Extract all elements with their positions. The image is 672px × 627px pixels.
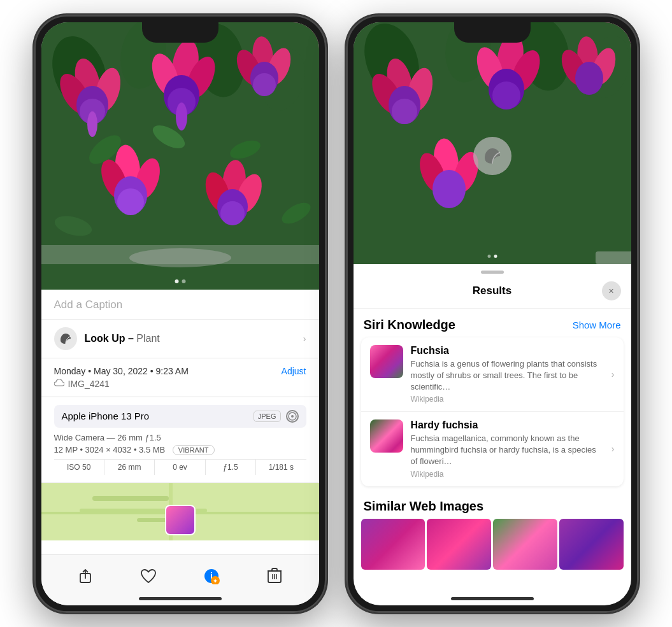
hardy-chevron: ›: [611, 444, 615, 454]
dot-4: [494, 255, 497, 258]
exif-iso: ISO 50: [54, 460, 104, 475]
caption-section[interactable]: Add a Caption: [41, 290, 319, 320]
svg-text:✦: ✦: [213, 578, 218, 584]
web-image-4[interactable]: [559, 519, 624, 570]
sheet-handle: [481, 271, 504, 274]
vibrant-badge: VIBRANT: [173, 445, 215, 455]
photo-display-2: [354, 22, 631, 264]
map-photo-thumbnail: [165, 505, 196, 535]
close-button[interactable]: ×: [602, 281, 621, 300]
exif-focal: 26 mm: [104, 460, 155, 475]
camera-details: Wide Camera — 26 mm ƒ1.5: [54, 433, 306, 442]
phone-1-screen: Add a Caption Look Up – Plant ›: [41, 22, 319, 605]
date-row: Monday • May 30, 2022 • 9:23 AM Adjust: [54, 366, 306, 376]
similar-title: Similar Web Images: [364, 499, 484, 513]
svg-point-62: [392, 99, 417, 124]
knowledge-item-hardy[interactable]: Hardy fuchsia Fuchsia magellanica, commo…: [361, 412, 624, 486]
notch-2: [454, 22, 531, 43]
svg-point-16: [176, 102, 187, 130]
device-name: Apple iPhone 13 Pro: [62, 411, 150, 421]
dot-1: [175, 279, 178, 283]
flower-image: [41, 22, 319, 290]
camera-options-icon[interactable]: [286, 410, 299, 423]
caption-placeholder[interactable]: Add a Caption: [54, 299, 123, 311]
lookup-label: Look Up – Plant: [85, 333, 160, 344]
svg-rect-76: [596, 251, 631, 264]
lookup-chevron: ›: [303, 334, 306, 344]
svg-point-10: [87, 111, 97, 137]
adjust-button[interactable]: Adjust: [282, 366, 306, 376]
svg-rect-42: [92, 496, 169, 501]
filename: IMG_4241: [68, 379, 110, 389]
lookup-icon: [54, 327, 77, 350]
dot-3: [487, 255, 490, 258]
fuchsia-content: Fuchsia Fuchsia is a genus of flowering …: [411, 345, 604, 404]
dot-2: [182, 279, 185, 283]
exif-aperture: ƒ1.5: [206, 460, 256, 475]
device-section: Apple iPhone 13 Pro JPEG Wide Camera — 2…: [41, 397, 319, 483]
web-images-row: [354, 519, 631, 570]
map-area[interactable]: [41, 483, 319, 540]
fuchsia-source: Wikipedia: [411, 395, 604, 404]
dot-indicator: [487, 255, 497, 258]
show-more-button[interactable]: Show More: [573, 320, 621, 330]
svg-point-31: [220, 201, 245, 225]
page-indicator: [175, 279, 185, 283]
knowledge-card: Fuchsia Fuchsia is a genus of flowering …: [361, 337, 624, 486]
svg-point-21: [253, 73, 276, 96]
svg-point-71: [575, 62, 603, 95]
svg-point-67: [492, 81, 520, 109]
results-sheet: Results × Siri Knowledge Show More Fuchs…: [354, 264, 631, 570]
format-badge: JPEG: [254, 411, 281, 422]
photo-display[interactable]: [41, 22, 319, 290]
home-indicator-2: [451, 597, 534, 600]
filename-row: IMG_4241: [54, 379, 306, 389]
favorite-button[interactable]: [134, 562, 162, 590]
location-icon: [287, 411, 297, 421]
svg-point-40: [291, 415, 294, 418]
phone-1: Add a Caption Look Up – Plant ›: [34, 15, 327, 613]
device-header: Apple iPhone 13 Pro JPEG: [54, 405, 306, 428]
fuchsia-name: Fuchsia: [411, 345, 604, 356]
phones-container: Add a Caption Look Up – Plant ›: [21, 2, 652, 626]
exif-ev: 0 ev: [155, 460, 205, 475]
siri-knowledge-header: Siri Knowledge Show More: [354, 309, 631, 337]
svg-point-26: [117, 188, 144, 215]
share-button[interactable]: [71, 562, 99, 590]
cloud-icon: [54, 379, 64, 388]
photo-info-section: Monday • May 30, 2022 • 9:23 AM Adjust I…: [41, 358, 319, 397]
fuchsia-desc: Fuchsia is a genus of flowering plants t…: [411, 358, 604, 393]
hardy-name: Hardy fuchsia: [411, 419, 604, 431]
fuchsia-thumbnail: [370, 345, 403, 378]
lookup-row[interactable]: Look Up – Plant ›: [41, 320, 319, 358]
svg-point-75: [433, 170, 466, 208]
hardy-source: Wikipedia: [411, 470, 604, 479]
similar-header: Similar Web Images: [354, 490, 631, 519]
hardy-thumbnail: [370, 419, 403, 453]
notch: [142, 22, 218, 43]
phone-2-screen: Results × Siri Knowledge Show More Fuchs…: [354, 22, 631, 605]
svg-point-38: [129, 248, 231, 267]
delete-button[interactable]: [261, 562, 289, 590]
info-button[interactable]: i ✦: [197, 562, 225, 590]
results-title: Results: [383, 285, 602, 297]
results-header: Results ×: [354, 279, 631, 309]
leaf-icon-2: [483, 146, 502, 166]
hardy-content: Hardy fuchsia Fuchsia magellanica, commo…: [411, 419, 604, 479]
fuchsia-chevron: ›: [611, 369, 615, 379]
home-indicator: [139, 597, 222, 600]
web-image-1[interactable]: [361, 519, 425, 570]
resolution-info: 12 MP • 3024 × 4032 • 3.5 MB VIBRANT: [54, 445, 306, 455]
knowledge-item-fuchsia[interactable]: Fuchsia Fuchsia is a genus of flowering …: [361, 337, 624, 412]
exif-shutter: 1/181 s: [256, 460, 306, 475]
hardy-desc: Fuchsia magellanica, commonly known as t…: [411, 433, 604, 468]
phone-2: Results × Siri Knowledge Show More Fuchs…: [346, 15, 639, 613]
leaf-icon: [59, 332, 72, 345]
exif-row: ISO 50 26 mm 0 ev ƒ1.5 1/181 s: [54, 459, 306, 475]
web-image-3[interactable]: [493, 519, 557, 570]
web-image-2[interactable]: [427, 519, 491, 570]
siri-knowledge-title: Siri Knowledge: [364, 318, 455, 332]
device-badges: JPEG: [254, 410, 299, 423]
siri-visual-lookup-bubble[interactable]: [473, 137, 511, 175]
date-text: Monday • May 30, 2022 • 9:23 AM: [54, 366, 189, 376]
